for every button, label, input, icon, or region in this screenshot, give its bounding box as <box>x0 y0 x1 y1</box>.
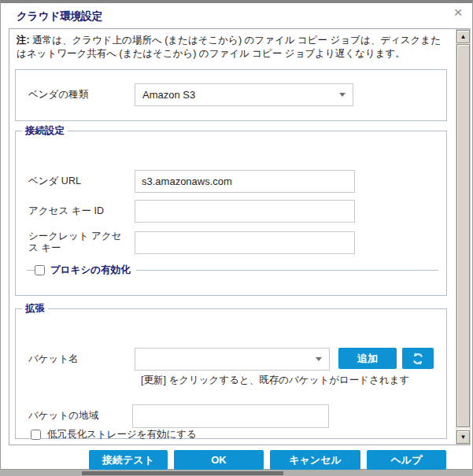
dropdown-arrow-icon <box>316 357 322 361</box>
ok-button[interactable]: OK <box>174 450 264 470</box>
scroll-down-button[interactable]: ▼ <box>456 430 470 444</box>
bucket-name-label: バケット名 <box>28 353 79 365</box>
advanced-legend: 拡張 <box>22 302 48 315</box>
close-icon[interactable]: × <box>451 6 465 20</box>
connection-test-button[interactable]: 接続テスト <box>89 450 168 470</box>
divider-line <box>136 270 438 271</box>
add-button[interactable]: 追加 <box>338 348 397 369</box>
advanced-fieldset: 拡張 バケット名 追加 [更新] をクリックすると、既存のバケットがロードされま… <box>15 302 447 439</box>
vendor-url-input[interactable] <box>135 170 355 193</box>
secret-key-input[interactable] <box>135 231 355 254</box>
refresh-icon <box>411 352 425 366</box>
scrollbar-thumb[interactable] <box>456 44 470 427</box>
scroll-up-button[interactable]: ▲ <box>456 30 470 43</box>
vendor-type-value: Amazon S3 <box>142 89 195 101</box>
rrs-checkbox[interactable] <box>31 430 41 440</box>
background-window-strip <box>0 470 473 476</box>
proxy-row: プロキシの有効化 <box>27 264 438 277</box>
scroll-down-icon: ▼ <box>460 434 467 441</box>
vendor-type-select[interactable]: Amazon S3 <box>135 83 353 106</box>
refresh-button[interactable] <box>402 348 434 369</box>
help-button[interactable]: ヘルプ <box>367 450 446 470</box>
note-prefix: 注: <box>17 35 30 46</box>
bucket-name-select[interactable] <box>135 348 330 371</box>
rrs-row: 低冗長化ストレージを有効にする <box>31 428 197 441</box>
cancel-button[interactable]: キャンセル <box>270 450 360 470</box>
scroll-up-icon: ▲ <box>460 33 467 40</box>
access-key-label: アクセス キー ID <box>28 205 104 217</box>
note-text: 注: 通常は、クラウド上の場所へ (またはそこから) のファイル コピー ジョブ… <box>17 34 448 61</box>
bucket-region-label: バケットの地域 <box>28 410 98 422</box>
divider-line <box>27 270 35 271</box>
connection-fieldset: 接続設定 ベンダ URL アクセス キー ID シークレット アクセス キー プ… <box>15 124 447 296</box>
proxy-checkbox[interactable] <box>35 265 45 275</box>
background-window-content <box>82 471 283 475</box>
dialog-title: クラウド環境設定 <box>17 9 102 24</box>
cloud-settings-dialog: クラウド環境設定 × 注: 通常は、クラウド上の場所へ (またはそこから) のフ… <box>0 0 473 470</box>
vendor-type-label: ベンダの種類 <box>28 89 88 101</box>
refresh-hint-text: [更新] をクリックすると、既存のバケットがロードされます <box>141 374 409 387</box>
content-scroll-area: 注: 通常は、クラウド上の場所へ (またはそこから) のファイル コピー ジョブ… <box>9 28 471 445</box>
vendor-url-label: ベンダ URL <box>28 175 81 187</box>
secret-key-label: シークレット アクセス キー <box>28 231 129 254</box>
bucket-region-input[interactable] <box>132 404 329 428</box>
vendor-group: ベンダの種類 Amazon S3 <box>15 69 447 121</box>
note-body: 通常は、クラウド上の場所へ (またはそこから) のファイル コピー ジョブは、デ… <box>17 35 441 59</box>
access-key-input[interactable] <box>135 200 355 223</box>
rrs-label[interactable]: 低冗長化ストレージを有効にする <box>47 428 197 441</box>
dropdown-arrow-icon <box>339 93 346 97</box>
connection-legend: 接続設定 <box>22 124 68 138</box>
proxy-label[interactable]: プロキシの有効化 <box>50 264 130 277</box>
vertical-scrollbar[interactable]: ▲ ▼ <box>456 29 471 445</box>
